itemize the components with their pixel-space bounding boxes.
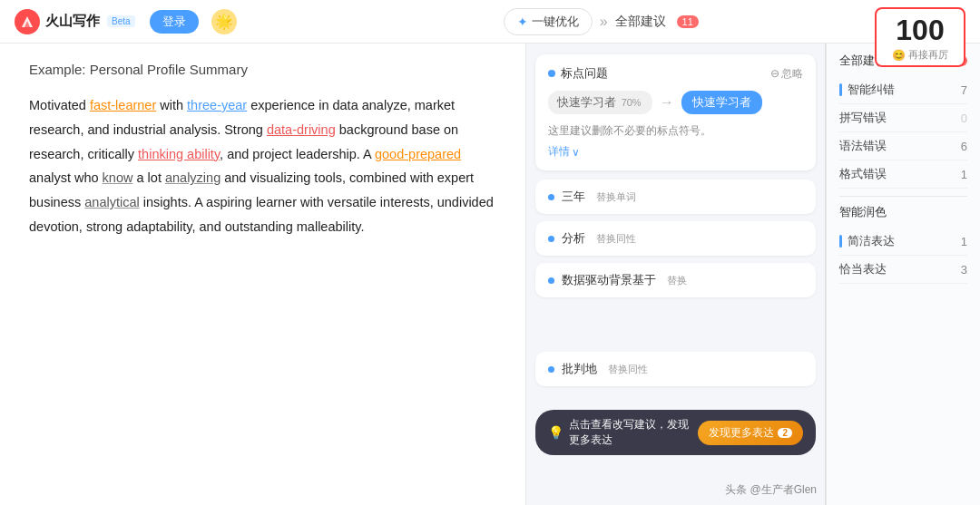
ignore-label: 忽略 [781, 66, 803, 82]
word-score: 70% [622, 97, 642, 108]
simple-word-2: 分析 [562, 230, 585, 247]
right-item-count-qiadang: 3 [961, 263, 967, 277]
suggestion-item-sannian[interactable]: 三年 替换单词 [535, 180, 816, 214]
right-item-geshi[interactable]: 格式错误 1 [839, 160, 967, 189]
doc-content: Motivated fast-learner with three-year e… [29, 93, 496, 239]
text-thinking-ability[interactable]: thinking ability [138, 147, 220, 161]
doc-title: Example: Personal Profile Summary [29, 62, 496, 77]
simple-dot-2 [548, 236, 554, 242]
suggestion-panel: 标点问题 ⊖ 忽略 快速学习者 70% → 快速学习者 这里建议删除不必要的标点… [526, 44, 826, 505]
simple-tag-4: 替换同性 [608, 363, 648, 376]
word-suggested-button[interactable]: 快速学习者 [681, 91, 762, 114]
suggestion-item-bottom[interactable]: 批判地 替换同性 [535, 352, 816, 386]
right-item-label-geshi: 格式错误 [839, 166, 887, 182]
simple-word-4: 批判地 [562, 361, 597, 377]
right-item-label-qiadang: 恰当表达 [839, 261, 887, 277]
simple-tag: 替换单词 [596, 190, 636, 204]
logo-text: 火山写作 [45, 13, 100, 30]
card-header: 标点问题 ⊖ 忽略 [548, 65, 803, 82]
suggestion-item-fenxi[interactable]: 分析 替换同性 [535, 221, 816, 256]
right-item-yufa[interactable]: 语法错误 6 [839, 132, 967, 160]
editor-area[interactable]: Example: Personal Profile Summary Motiva… [0, 44, 526, 505]
logo-area: 火山写作 Beta 登录 🌟 [15, 9, 237, 34]
text-motivated: Motivated [29, 98, 90, 112]
right-item-indicator-2 [839, 235, 842, 248]
word-original: 快速学习者 70% [548, 91, 652, 114]
simple-tag-2: 替换同性 [596, 232, 636, 246]
beta-badge: Beta [107, 15, 135, 27]
score-number: 100 [896, 15, 944, 46]
right-item-jianjie[interactable]: 简洁表达 1 [839, 228, 967, 256]
right-item-label-pinxie: 拼写错误 [839, 110, 887, 126]
text-analytical[interactable]: analytical [84, 195, 139, 209]
optimize-button[interactable]: ✦ 一键优化 [504, 8, 593, 35]
right-runse-label: 智能润色 [839, 204, 887, 220]
avatar-button[interactable]: 🌟 [211, 9, 237, 34]
right-item-count-pinxie: 0 [961, 112, 967, 125]
optimize-label: 一键优化 [532, 14, 579, 30]
text-know[interactable]: know [103, 170, 133, 185]
bulb-icon: 💡 [548, 425, 564, 440]
logo-icon [15, 9, 40, 34]
discover-count-badge: 2 [778, 428, 792, 438]
text-three-year[interactable]: three-year [187, 98, 247, 112]
score-box: 100 😊 再接再厉 [875, 7, 965, 67]
right-item-label-jianjie: 简洁表达 [839, 233, 895, 249]
score-label: 再接再厉 [908, 48, 948, 62]
card-title: 标点问题 [561, 65, 608, 82]
card-ignore-button[interactable]: ⊖ 忽略 [770, 66, 803, 82]
word-arrow: → [660, 94, 674, 111]
right-item-label-yufa: 语法错误 [839, 138, 887, 154]
right-panel: 全部建议 11 智能纠错 7 拼写错误 0 语法错误 6 格式错误 [826, 44, 980, 505]
text-analyst: analyst who [29, 170, 103, 185]
suggestion-card-punctuation[interactable]: 标点问题 ⊖ 忽略 快速学习者 70% → 快速学习者 这里建议删除不必要的标点… [535, 54, 816, 170]
expand-icon[interactable]: » [600, 14, 608, 30]
right-item-pinxie[interactable]: 拼写错误 0 [839, 104, 967, 132]
right-item-count-yufa: 6 [961, 140, 967, 153]
discover-btn-label: 发现更多表达 [709, 425, 774, 441]
text-fast-learner[interactable]: fast-learner [90, 98, 156, 112]
text-with: with [156, 98, 187, 112]
text-analyzing[interactable]: analyzing [165, 170, 220, 185]
score-subtitle: 😊 再接再厉 [892, 48, 948, 62]
right-item-indicator [839, 83, 842, 96]
simple-word: 三年 [562, 189, 585, 205]
right-item-count-jianjie: 1 [961, 235, 967, 248]
watermark: 头条 @生产者Glen [725, 482, 817, 498]
right-divider [839, 196, 967, 197]
all-suggestions-label: 全部建议 [615, 14, 666, 30]
chevron-down-icon: ∨ [572, 146, 580, 159]
simple-tag-3: 替换 [667, 274, 687, 287]
word-options: 快速学习者 70% → 快速学习者 [548, 91, 803, 114]
discover-more-button[interactable]: 发现更多表达 2 [698, 421, 803, 445]
card-hint: 这里建议删除不必要的标点符号。 [548, 123, 803, 139]
simple-word-3: 数据驱动背景基于 [562, 272, 656, 288]
tooltip-bar: 💡 点击查看改写建议，发现更多表达 发现更多表达 2 [535, 410, 816, 455]
tooltip-message: 点击查看改写建议，发现更多表达 [569, 417, 698, 448]
suggestions-count-badge: 11 [677, 15, 699, 28]
text-good-prepared[interactable]: good-prepared [375, 147, 461, 161]
text-data-driving[interactable]: data-driving [267, 122, 336, 137]
right-item-count-geshi: 1 [961, 168, 967, 181]
ignore-icon: ⊖ [770, 67, 779, 80]
card-dot [548, 70, 555, 77]
right-item-count-jicuo: 7 [961, 83, 967, 97]
text-a-lot: a lot [132, 170, 164, 185]
right-item-qiadang[interactable]: 恰当表达 3 [839, 256, 967, 284]
right-item-label-jicuo: 智能纠错 [839, 82, 895, 98]
app-header: 火山写作 Beta 登录 🌟 ✦ 一键优化 » 全部建议 11 100 😊 再接… [0, 0, 980, 44]
score-emoji: 😊 [892, 49, 906, 62]
text-and-project: , and project leadership. A [220, 147, 375, 161]
card-detail-button[interactable]: 详情 ∨ [548, 144, 803, 160]
simple-dot-4 [548, 366, 554, 373]
simple-dot-3 [548, 277, 554, 284]
header-center: ✦ 一键优化 » 全部建议 11 [237, 8, 965, 35]
login-button[interactable]: 登录 [150, 10, 199, 34]
right-item-jicuo[interactable]: 智能纠错 7 [839, 76, 967, 104]
star-icon: ✦ [517, 15, 528, 29]
simple-dot [548, 194, 554, 200]
suggestion-item-data[interactable]: 数据驱动背景基于 替换 [535, 263, 816, 297]
main-area: Example: Personal Profile Summary Motiva… [0, 44, 980, 505]
right-section-runse: 智能润色 [839, 204, 967, 220]
tooltip-text: 💡 点击查看改写建议，发现更多表达 [548, 417, 698, 448]
